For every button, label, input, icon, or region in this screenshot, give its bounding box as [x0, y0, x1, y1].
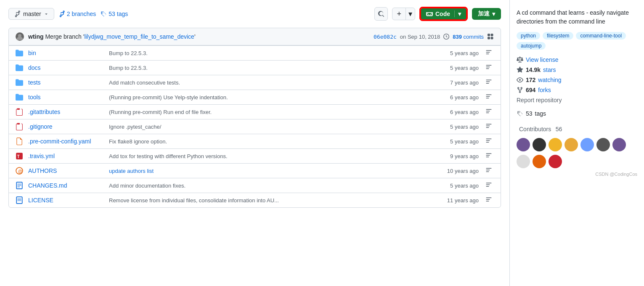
topic-tag[interactable]: autojump [517, 42, 546, 50]
file-icon: @ [16, 167, 23, 175]
commit-text: Bump to 22.5.3. [109, 50, 148, 56]
top-bar: master 2 branches 53 tags + ▾ [8, 7, 501, 21]
file-action-btn[interactable] [484, 182, 494, 189]
table-row: docs Bump to 22.5.3. 5 years ago [9, 60, 501, 75]
watching-stat: 172 watching [517, 77, 637, 83]
contributor-avatar[interactable] [533, 155, 546, 168]
clock-icon [443, 34, 449, 40]
file-action-btn[interactable] [484, 123, 494, 130]
tags-link[interactable]: 53 tags [100, 11, 128, 17]
jiasu-label: 加速 [478, 10, 490, 18]
branches-link[interactable]: 2 branches [58, 11, 96, 17]
commit-text: Fix flake8 ignore option. [109, 138, 167, 145]
contributors-section: Contributors 56 [517, 125, 637, 168]
report-link[interactable]: Report repository [517, 97, 637, 103]
file-icon [16, 196, 23, 204]
file-action-btn[interactable] [484, 109, 494, 115]
svg-rect-9 [16, 197, 22, 204]
table-row: LICENSE Remove license from individual f… [9, 193, 501, 207]
file-action-btn[interactable] [484, 138, 494, 145]
code-button[interactable]: Code ▾ [420, 8, 467, 20]
license-link[interactable]: View license [526, 56, 559, 63]
branch-count-icon [58, 11, 65, 17]
sidebar-tags-label: tags [535, 110, 546, 117]
contributor-avatar[interactable] [612, 138, 626, 151]
table-row: @ AUTHORS update authors list 10 years a… [9, 163, 501, 178]
file-name[interactable]: LICENSE [28, 197, 104, 204]
topic-tags: pythonfilesystemcommand-line-toolautojum… [517, 32, 637, 50]
topic-tag[interactable]: python [517, 32, 540, 40]
tags-text: tags [117, 11, 128, 17]
file-name[interactable]: AUTHORS [28, 167, 104, 174]
watching-link[interactable]: watching [538, 77, 561, 83]
license-stat: View license [517, 56, 637, 63]
contributor-avatar[interactable] [580, 138, 594, 151]
commit-msg-link[interactable]: lilydjwg_move_temp_file_to_same_device [84, 33, 194, 40]
commit-text: Bump to 22.5.3. [109, 65, 148, 71]
branch-icon [14, 11, 21, 17]
topic-tag[interactable]: command-line-tool [576, 32, 626, 40]
commit-user[interactable]: wting [28, 33, 44, 40]
branch-selector[interactable]: master [8, 8, 54, 20]
commit-text: (Running pre-commit) Run end of file fix… [109, 109, 212, 115]
jiasu-button[interactable]: 加速 ▾ [472, 8, 501, 20]
file-commit: update authors list [109, 168, 436, 174]
file-action-btn[interactable] [484, 197, 494, 204]
contributor-avatar[interactable] [549, 138, 562, 151]
file-commit: (Running pre-commit) Use Yelp-style inde… [109, 94, 436, 101]
contributor-avatar[interactable] [564, 138, 578, 151]
tag-sidebar-icon [517, 110, 523, 117]
commit-date: on Sep 10, 2018 [400, 34, 440, 40]
file-name[interactable]: docs [28, 64, 104, 71]
file-time: 5 years ago [441, 50, 479, 56]
contributor-avatar[interactable] [596, 138, 610, 151]
jiasu-caret-icon: ▾ [492, 11, 495, 17]
search-button[interactable] [374, 7, 388, 21]
file-action-btn[interactable] [484, 167, 494, 174]
topic-tag[interactable]: filesystem [543, 32, 573, 40]
contributor-avatar[interactable] [533, 138, 546, 151]
file-icon: T [16, 152, 23, 160]
stars-count: 14.9k [526, 66, 541, 73]
file-name[interactable]: CHANGES.md [28, 182, 104, 189]
code-icon [426, 11, 433, 17]
commit-text: Ignore .pytest_cache/ [109, 124, 161, 130]
scale-icon [517, 56, 523, 63]
grid-icon[interactable] [487, 33, 494, 40]
code-caret-icon: ▾ [454, 11, 461, 17]
forks-link[interactable]: forks [538, 87, 551, 93]
file-commit: (Running pre-commit) Run end of file fix… [109, 109, 436, 115]
file-icon [16, 138, 23, 145]
contributor-avatar[interactable] [549, 155, 562, 168]
file-action-btn[interactable] [484, 94, 494, 101]
file-name[interactable]: .travis.yml [28, 153, 104, 159]
file-action-btn[interactable] [484, 79, 494, 86]
commit-meta: 06e082c on Sep 10, 2018 839 commits [374, 33, 494, 40]
plus-button[interactable]: + ▾ [392, 8, 415, 20]
file-name[interactable]: tests [28, 79, 104, 86]
file-icon [16, 79, 23, 86]
file-time: 6 years ago [441, 94, 479, 101]
commits-link[interactable]: 839 commits [453, 34, 484, 40]
commits-label: commits [464, 34, 484, 40]
commits-count: 839 [453, 34, 462, 40]
table-row: CHANGES.md Add minor documentation fixes… [9, 178, 501, 193]
table-row: .pre-commit-config.yaml Fix flake8 ignor… [9, 134, 501, 148]
commit-hash[interactable]: 06e082c [374, 34, 397, 40]
commit-link[interactable]: update authors list [109, 168, 154, 174]
contributors-row-1 [517, 138, 637, 151]
stars-link[interactable]: stars [543, 66, 556, 73]
file-action-btn[interactable] [484, 50, 494, 56]
file-name[interactable]: tools [28, 94, 104, 101]
file-commit: Remove license from individual files, co… [109, 197, 436, 204]
file-name[interactable]: .gitignore [28, 123, 104, 130]
file-name[interactable]: .pre-commit-config.yaml [28, 138, 104, 145]
file-action-btn[interactable] [484, 153, 494, 159]
contributor-avatar[interactable] [517, 155, 530, 168]
file-name[interactable]: .gitattributes [28, 109, 104, 115]
contributor-avatar[interactable] [517, 138, 530, 151]
branches-count: 2 [67, 11, 70, 17]
sidebar: A cd command that learns - easily naviga… [509, 0, 644, 286]
file-name[interactable]: bin [28, 50, 104, 56]
file-action-btn[interactable] [484, 64, 494, 71]
